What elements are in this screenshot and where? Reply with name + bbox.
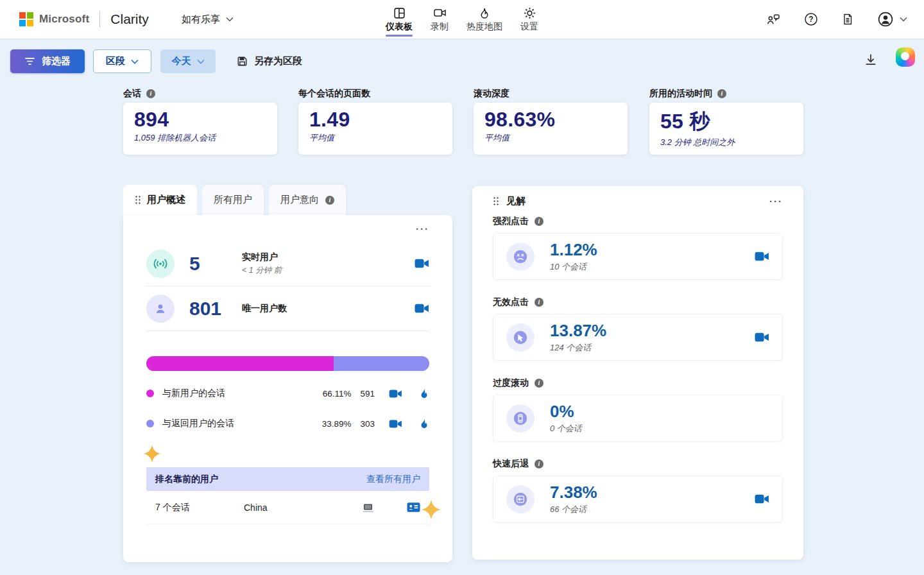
info-icon[interactable] (717, 89, 726, 98)
nav-right-actions: ? (766, 0, 907, 39)
insight-card[interactable]: 1.12% 10 个会话 (493, 233, 783, 280)
insight-value: 1.12% (550, 240, 597, 260)
unique-users-row: 801 唯一用户数 (146, 286, 429, 331)
quick-back-icon (506, 485, 535, 513)
info-icon[interactable] (146, 89, 155, 98)
insight-sessions: 0 个会话 (550, 423, 582, 434)
nav-tab-recordings[interactable]: 录制 (431, 5, 449, 39)
insight-rage-clicks: 强烈点击 1.12% 10 个会话 (493, 216, 783, 280)
video-camera-icon[interactable] (389, 419, 402, 429)
heatmap-flame-icon[interactable] (419, 388, 429, 400)
download-icon[interactable] (864, 53, 878, 67)
drag-handle-icon[interactable] (493, 196, 499, 206)
see-all-users-link[interactable]: 查看所有用户 (366, 474, 420, 485)
nav-tab-heatmaps[interactable]: 热度地图 (466, 5, 502, 39)
metric-value: 1.49 (309, 108, 441, 132)
nav-tab-label: 热度地图 (466, 21, 502, 33)
returning-users-legend-row: 与返回用户的会话 33.89% 303 (146, 416, 429, 431)
nav-tab-label: 录制 (431, 21, 449, 33)
users-panel-body: ··· 5 实时用户 < 1 分钟 前 801 唯一用户数 (123, 215, 452, 562)
nav-tab-label: 仪表板 (386, 21, 413, 33)
video-camera-icon[interactable] (755, 493, 769, 504)
more-options-icon[interactable]: ··· (416, 224, 429, 234)
insight-sessions: 124 个会话 (550, 342, 606, 354)
legend-percent: 33.89% (322, 419, 352, 429)
unique-users-value: 801 (189, 298, 232, 320)
save-as-segment-button[interactable]: 另存为区段 (236, 49, 302, 73)
video-camera-icon[interactable] (415, 258, 429, 269)
metric-active-time: 所用的活动时间 55 秒 3.2 分钟 总时间之外 (649, 88, 803, 155)
user-id-card-icon[interactable] (407, 502, 420, 513)
main-navigation: 仪表板 录制 热度地图 设置 (386, 0, 538, 39)
drag-handle-icon[interactable] (135, 195, 141, 205)
new-users-dot (146, 390, 154, 397)
legend-percent: 66.11% (323, 389, 352, 399)
nav-tab-settings[interactable]: 设置 (520, 5, 538, 39)
docs-icon[interactable] (841, 12, 854, 26)
live-users-icon (146, 250, 175, 278)
project-selector[interactable]: 如有乐享 (182, 0, 234, 39)
insight-sessions: 10 个会话 (550, 261, 597, 273)
split-bar-returning[interactable] (334, 356, 429, 371)
split-bar-new[interactable] (146, 356, 334, 371)
info-icon[interactable] (535, 217, 543, 226)
metric-label: 滚动深度 (474, 88, 509, 99)
dashboard-icon (393, 5, 406, 21)
top-navbar: Microsoft Clarity 如有乐享 仪表板 录制 热度地图 (0, 0, 924, 39)
nav-tab-dashboard[interactable]: 仪表板 (386, 5, 413, 39)
metric-subtext: 1,059 排除机器人会话 (134, 132, 266, 144)
info-icon[interactable] (535, 379, 543, 388)
insight-card[interactable]: 0% 0 个会话 (493, 395, 783, 442)
segment-dropdown[interactable]: 区段 (93, 49, 151, 73)
chevron-down-icon (131, 59, 139, 64)
metric-scroll-depth: 滚动深度 98.63% 平均值 (474, 88, 628, 155)
heatmap-flame-icon[interactable] (419, 418, 429, 430)
top-users-header: 排名靠前的用户 查看所有用户 (146, 467, 429, 491)
video-camera-icon[interactable] (755, 251, 769, 262)
legend-label: 与新用户的会话 (162, 388, 225, 399)
recordings-camera-icon (432, 5, 447, 21)
tab-user-intent[interactable]: 用户意向 (269, 185, 346, 215)
tab-all-users[interactable]: 所有用户 (202, 185, 264, 215)
metric-subtext: 平均值 (484, 132, 617, 144)
video-camera-icon[interactable] (755, 332, 769, 343)
metric-subtext: 平均值 (309, 132, 441, 144)
info-icon[interactable] (325, 196, 334, 205)
laptop-icon (332, 502, 403, 513)
top-user-sessions: 7 个会话 (155, 502, 244, 513)
tab-label: 用户意向 (280, 194, 319, 206)
top-user-row[interactable]: 7 个会话 China (146, 491, 429, 524)
date-range-dropdown[interactable]: 今天 (160, 49, 216, 73)
insight-label: 无效点击 (493, 296, 529, 308)
metric-card: 98.63% 平均值 (474, 103, 628, 155)
info-icon[interactable] (535, 459, 543, 468)
account-menu[interactable] (877, 11, 907, 28)
live-users-subtext: < 1 分钟 前 (242, 265, 282, 276)
top-users-section: 排名靠前的用户 查看所有用户 7 个会话 China (146, 467, 429, 524)
chevron-down-icon (226, 17, 234, 22)
legend-label: 与返回用户的会话 (162, 418, 234, 429)
insight-value: 13.87% (550, 321, 606, 341)
more-options-icon[interactable]: ··· (769, 196, 783, 206)
help-icon[interactable]: ? (804, 12, 818, 26)
live-users-value: 5 (189, 253, 232, 275)
users-panel: 用户概述 所有用户 用户意向 ··· 5 实时用户 < 1 分钟 前 (123, 185, 452, 562)
copilot-icon[interactable] (896, 47, 915, 67)
metric-card: 1.49 平均值 (298, 103, 452, 155)
filters-button[interactable]: 筛选器 (10, 49, 85, 73)
video-camera-icon[interactable] (389, 389, 402, 399)
feedback-icon[interactable] (766, 13, 781, 26)
new-users-legend-row: 与新用户的会话 66.11% 591 (146, 386, 429, 401)
video-camera-icon[interactable] (415, 303, 429, 314)
top-users-title: 排名靠前的用户 (155, 474, 218, 485)
metric-card: 894 1,059 排除机器人会话 (123, 103, 277, 155)
metric-pages-per-session: 每个会话的页面数 1.49 平均值 (298, 88, 452, 155)
brand-divider (99, 11, 100, 28)
tab-user-overview[interactable]: 用户概述 (123, 185, 197, 215)
insight-card[interactable]: 7.38% 66 个会话 (493, 476, 783, 522)
insight-label: 过度滚动 (493, 377, 529, 389)
insight-sessions: 66 个会话 (550, 504, 597, 515)
info-icon[interactable] (535, 298, 543, 307)
insight-card[interactable]: 13.87% 124 个会话 (493, 314, 783, 361)
insight-value: 7.38% (550, 483, 597, 502)
